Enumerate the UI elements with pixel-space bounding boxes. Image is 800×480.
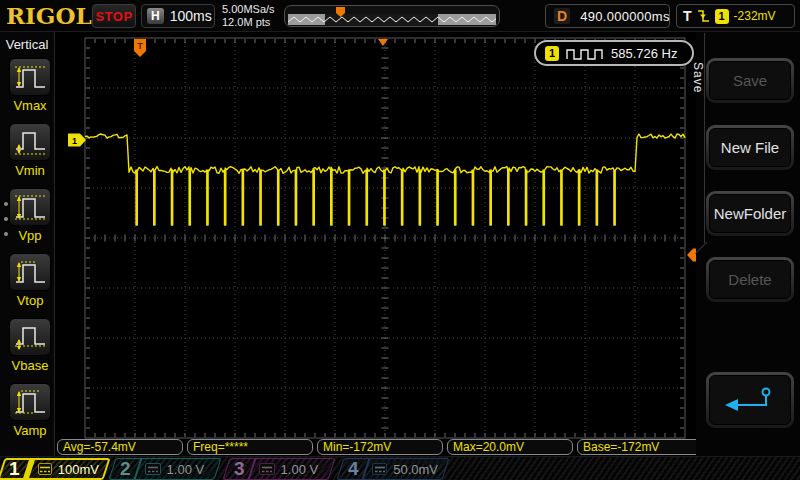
menu-item-label: Vbase	[9, 358, 51, 373]
oscilloscope-screen: RIGOL STOP H 100ms 5.00MSa/s 12.0M pts D…	[0, 0, 800, 480]
dc-coupling-icon	[372, 463, 387, 475]
menu-item-vamp[interactable]: Vamp	[9, 383, 51, 438]
trigger-level-value: -232mV	[734, 9, 776, 23]
vmax-icon	[9, 58, 51, 96]
channel-number: 3	[234, 459, 245, 479]
waveform-memory-thumbnail	[284, 5, 500, 27]
vmin-icon	[9, 123, 51, 161]
delete-button[interactable]: Delete	[706, 257, 794, 302]
left-measure-menu: Vertical Vmax Vmin Vpp Vtop	[0, 32, 55, 456]
measurement-max: Max=20.0mV	[447, 439, 573, 455]
save-button[interactable]: Save	[706, 58, 794, 103]
trigger-source-badge: 1	[715, 9, 729, 24]
return-button[interactable]	[706, 372, 794, 428]
channel-scale: 1.00 V	[281, 462, 319, 477]
menu-item-label: Vmin	[9, 163, 51, 178]
channel-number: 4	[348, 459, 359, 479]
menu-tab-save: Save	[691, 62, 705, 93]
delay-value: 490.000000ms	[580, 9, 670, 24]
top-status-bar: RIGOL STOP H 100ms 5.00MSa/s 12.0M pts D…	[0, 0, 800, 32]
menu-item-vmin[interactable]: Vmin	[9, 123, 51, 178]
menu-divider	[704, 33, 705, 243]
measurement-freq: Freq=*****	[187, 439, 313, 455]
divider	[247, 458, 256, 480]
dc-coupling-icon	[259, 463, 275, 475]
sample-rate: 5.00MSa/s	[222, 3, 275, 16]
vpp-icon	[9, 188, 51, 226]
channel-3-status[interactable]: 3 1.00 V	[226, 458, 332, 480]
menu-item-label: Vtop	[9, 293, 51, 308]
menu-item-label: Vpp	[9, 228, 51, 243]
memory-waveform-squiggle	[288, 14, 496, 25]
counter-value: 585.726 Hz	[611, 46, 678, 61]
timebase-value: 100ms	[170, 8, 212, 24]
menu-item-vmax[interactable]: Vmax	[9, 58, 51, 113]
delay-box: D 490.000000ms	[545, 4, 670, 28]
menu-item-vbase[interactable]: Vbase	[9, 318, 51, 373]
channel-status-bar: 1 100mV 2 1.00 V 3	[0, 456, 800, 480]
measurement-min: Min=-172mV	[317, 439, 443, 455]
run-state-indicator: STOP	[92, 4, 136, 28]
new-folder-button[interactable]: NewFolder	[706, 191, 794, 236]
vtop-icon	[9, 253, 51, 291]
delay-label: D	[554, 8, 570, 24]
channel-scale: 100mV	[58, 462, 99, 477]
divider	[22, 458, 35, 480]
frequency-counter: 1 585.726 Hz	[534, 40, 694, 66]
channel-scale: 50.0mV	[393, 462, 438, 477]
menu-item-label: Vamp	[9, 423, 51, 438]
dc-coupling-icon	[38, 463, 52, 475]
sample-rate-block: 5.00MSa/s 12.0M pts	[222, 3, 275, 29]
divider	[133, 458, 142, 480]
scope-display: TT1	[55, 32, 705, 456]
falling-edge-icon	[697, 8, 710, 24]
svg-text:1: 1	[72, 136, 77, 146]
channel-1-status[interactable]: 1 100mV	[1, 458, 107, 480]
memory-band	[288, 14, 496, 25]
channel-number: 2	[120, 459, 131, 479]
channel-number: 1	[9, 459, 20, 479]
horizontal-timebase-box: H 100ms	[141, 4, 215, 28]
rigol-logo: RIGOL	[6, 2, 92, 29]
memory-depth: 12.0M pts	[222, 16, 275, 29]
new-file-button[interactable]: New File	[706, 125, 794, 170]
counter-source-badge: 1	[545, 46, 559, 61]
svg-text:T: T	[137, 41, 143, 51]
h-label: H	[147, 8, 164, 24]
vamp-icon	[9, 383, 51, 421]
trigger-label: T	[683, 8, 692, 24]
menu-item-vtop[interactable]: Vtop	[9, 253, 51, 308]
trigger-position-mini-flag	[336, 7, 345, 17]
square-wave-icon	[566, 47, 604, 60]
vbase-icon	[9, 318, 51, 356]
delay-position-indicator	[378, 39, 388, 46]
menu-item-label: Vmax	[9, 98, 51, 113]
channel-2-status[interactable]: 2 1.00 V	[112, 458, 218, 480]
measurement-avg: Avg=-57.4mV	[57, 439, 183, 455]
left-menu-title: Vertical	[0, 32, 54, 52]
return-arrow-icon	[718, 384, 782, 416]
divider	[361, 458, 370, 480]
trigger-box: T 1 -232mV	[676, 4, 795, 28]
dc-coupling-icon	[145, 463, 161, 475]
menu-page-dots	[4, 202, 8, 236]
channel-scale: 1.00 V	[167, 462, 205, 477]
measurement-base: Base=-172mV	[577, 439, 703, 455]
menu-item-vpp[interactable]: Vpp	[9, 188, 51, 243]
channel-4-status[interactable]: 4 50.0mV	[340, 458, 446, 480]
